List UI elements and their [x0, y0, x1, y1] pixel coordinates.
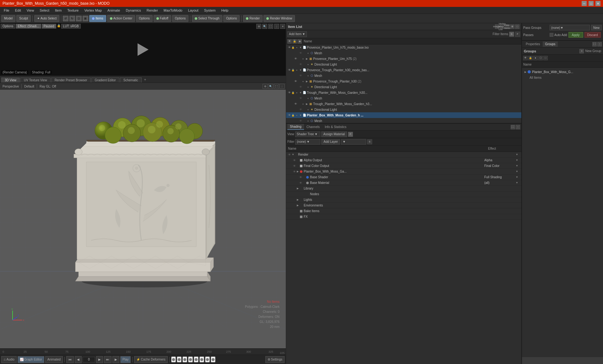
- shading-item[interactable]: 👁 Final Color Output Final Color ▼: [286, 163, 521, 169]
- tree-expand-arrow[interactable]: ▼: [299, 46, 302, 49]
- shade-expand-arrow[interactable]: ▶: [297, 170, 300, 173]
- tab-gradient-editor[interactable]: Gradient Editor: [91, 78, 119, 83]
- play-active-button[interactable]: Play: [120, 356, 131, 363]
- shade-expand-arrow[interactable]: ▼: [292, 153, 295, 156]
- shader-tree-dropdown[interactable]: Shader Tree ▼: [295, 131, 320, 137]
- auto-add-checkbox[interactable]: [550, 33, 553, 37]
- shade-expand-arrow[interactable]: ▶: [297, 187, 300, 190]
- menu-item[interactable]: Item: [52, 8, 64, 13]
- vp-search-icon[interactable]: 🔍: [268, 84, 273, 89]
- vis-eye-icon[interactable]: 👁: [287, 68, 291, 72]
- vp-settings-icon[interactable]: ⋮: [280, 84, 285, 89]
- options3-button[interactable]: Options: [223, 15, 240, 22]
- frame-number-input[interactable]: [83, 357, 95, 362]
- preview-gear-icon[interactable]: ⚙: [256, 24, 261, 29]
- shading-item[interactable]: 👁 Alpha Output Alpha ▼: [286, 158, 521, 163]
- vertex-map-tab[interactable]: Vertex Map List: [500, 24, 504, 29]
- vis-eye-icon[interactable]: 👁: [299, 108, 302, 111]
- shading-item[interactable]: FX: [286, 214, 521, 220]
- group-expand-arrow[interactable]: ▶: [524, 71, 526, 73]
- list-item[interactable]: 👁 🔒 ● ▼ 📄 Provence_Trough_Planter_h30_mo…: [286, 67, 521, 73]
- shade-dd-arrow[interactable]: ▼: [516, 164, 520, 167]
- preview-expand-icon[interactable]: ⛶: [268, 24, 273, 29]
- tab-3d-view[interactable]: 3D View: [1, 78, 20, 83]
- menu-file[interactable]: File: [1, 8, 12, 13]
- filter-f-button[interactable]: F: [515, 32, 520, 37]
- items-button[interactable]: Items: [89, 15, 106, 22]
- maximize-button[interactable]: □: [589, 1, 594, 6]
- shade-vis-icon[interactable]: 👁: [299, 175, 302, 179]
- list-item[interactable]: 👁 ● ▶ ▦ Provence_Trough_Planter_h30 (2): [286, 78, 521, 84]
- auto-select-button[interactable]: ✦ Auto Select: [34, 15, 59, 22]
- gt-icon-4[interactable]: ⬡: [538, 56, 543, 60]
- preview-play-button[interactable]: [135, 42, 151, 57]
- vis-eye-icon[interactable]: 👁: [294, 79, 297, 83]
- vis-eye-icon[interactable]: 👁: [294, 102, 297, 106]
- graph-editor-button[interactable]: 📈 Graph Editor: [18, 356, 44, 363]
- minimize-button[interactable]: ─: [582, 1, 587, 6]
- shading-item[interactable]: Bake Items: [286, 208, 521, 214]
- shading-item[interactable]: ▶ Environments: [286, 203, 521, 208]
- menu-edit[interactable]: Edit: [13, 8, 24, 13]
- gt-icon-5[interactable]: □: [543, 56, 548, 60]
- list-item[interactable]: 👁 🔒 ● ▼ 📄 Planter_Box_With_Moss_Garden_h…: [286, 112, 521, 118]
- vis-eye-icon[interactable]: 👁: [299, 119, 302, 123]
- preview-options-button[interactable]: Options: [1, 24, 15, 29]
- panel-icon-1[interactable]: ⊠: [510, 24, 514, 29]
- shading-item[interactable]: ▶ Lights: [286, 197, 521, 203]
- tab-shading[interactable]: Shading: [287, 124, 304, 130]
- tab-render-preset[interactable]: Render Preset Browser: [51, 78, 91, 83]
- shade-dd-arrow[interactable]: ▼: [516, 170, 520, 173]
- transport-icon-3[interactable]: ⊕: [182, 356, 187, 362]
- shade-dd-arrow[interactable]: ▼: [516, 159, 520, 162]
- vis-eye-icon[interactable]: 👁: [287, 91, 291, 94]
- vis-eye-icon[interactable]: 👁: [287, 46, 291, 49]
- list-item[interactable]: 👁 ● ⬡ Mesh: [286, 95, 521, 101]
- preview-effect-button[interactable]: Effect: (Shadi...: [16, 24, 41, 29]
- shading-expand-icon[interactable]: ⛶: [511, 125, 515, 129]
- gt-icon-1[interactable]: 👁: [523, 56, 528, 60]
- prev-key-button[interactable]: ⏮: [66, 356, 74, 363]
- shading-item[interactable]: 👁 ▼ Render ▼: [286, 152, 521, 158]
- list-item[interactable]: 👁 ● ⬡ Mesh: [286, 73, 521, 78]
- shade-vis-icon[interactable]: 👁: [292, 170, 296, 174]
- menu-maxtomodo[interactable]: MaxToModo: [161, 8, 185, 13]
- shading-item[interactable]: 👁 Base Shader Full Shading ▼: [286, 174, 521, 180]
- tab-channels[interactable]: Channels: [304, 124, 322, 130]
- shade-dd-arrow[interactable]: ▼: [516, 181, 520, 184]
- preview-lut-button[interactable]: LUT: sRGB: [61, 24, 81, 29]
- close-button[interactable]: ✕: [595, 1, 600, 6]
- tree-collapse-arrow[interactable]: ▶: [305, 57, 309, 60]
- menu-dynamics[interactable]: Dynamics: [123, 8, 143, 13]
- filter-dropdown[interactable]: (none) ▼: [295, 139, 320, 145]
- next-key-button[interactable]: ⏭: [104, 356, 111, 363]
- prev-frame-button[interactable]: ◀: [75, 356, 82, 363]
- options1-button[interactable]: Options: [136, 15, 152, 22]
- menu-system[interactable]: System: [202, 8, 218, 13]
- apply-button[interactable]: Apply: [568, 32, 583, 38]
- vis-eye-icon[interactable]: 👁: [299, 74, 302, 78]
- transport-icon-2[interactable]: ⊕: [177, 356, 182, 362]
- select-through-button[interactable]: Select Through: [192, 15, 222, 22]
- props-expand-icon[interactable]: ⛶: [592, 42, 597, 46]
- shading-item[interactable]: Nodes: [286, 191, 521, 197]
- shading-s-button[interactable]: S: [367, 139, 372, 144]
- list-item[interactable]: 👁 ● ☀ Directional Light: [286, 84, 521, 90]
- next-frame-button[interactable]: ▶: [96, 356, 103, 363]
- shade-expand-arrow[interactable]: ▶: [297, 198, 300, 201]
- preview-close-icon[interactable]: ✕: [280, 24, 285, 29]
- falloff-button[interactable]: Falloff: [154, 15, 171, 22]
- tb-icon-4[interactable]: ⊠: [83, 16, 88, 21]
- shade-dd-arrow[interactable]: ▼: [516, 176, 520, 179]
- discard-button[interactable]: Discard: [584, 32, 601, 38]
- list-item[interactable]: 👁 ● ☀ Directional Light: [286, 107, 521, 112]
- shade-vis-icon[interactable]: 👁: [292, 158, 296, 162]
- tree-expand-arrow[interactable]: ▼: [299, 69, 302, 72]
- transport-icon-6[interactable]: ⊕: [199, 356, 204, 362]
- new-pass-group-button[interactable]: New: [591, 25, 602, 30]
- pass-groups-dropdown[interactable]: (none) ▼: [550, 25, 590, 30]
- mode-model-button[interactable]: Model: [1, 15, 15, 22]
- list-item[interactable]: 👁 🔒 ● ▼ 📄 Provence_Planter_Urn_h75_modo_…: [286, 45, 521, 50]
- assign-material-button[interactable]: Assign Material: [321, 131, 347, 137]
- props-dots-icon[interactable]: ⋮: [597, 42, 602, 46]
